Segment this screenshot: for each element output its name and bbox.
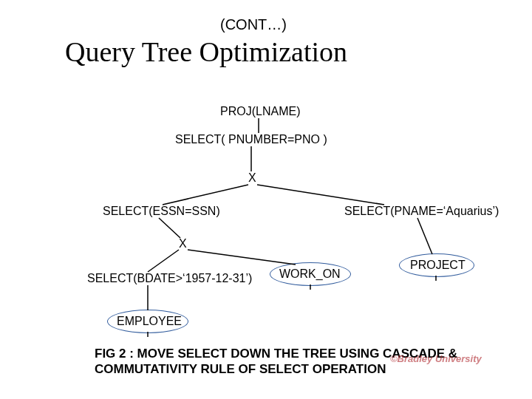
node-join-2: X <box>179 237 187 250</box>
svg-line-6 <box>188 250 296 265</box>
node-select-pnumber: SELECT( PNUMBER=PNO ) <box>175 133 327 146</box>
svg-line-4 <box>159 218 180 238</box>
svg-line-5 <box>148 250 179 272</box>
page-title: Query Tree Optimization <box>65 35 347 68</box>
node-select-pname: SELECT(PNAME=‘Aquarius’) <box>344 205 499 218</box>
header-cont: (CONT…) <box>220 16 287 33</box>
svg-line-7 <box>417 218 432 254</box>
node-proj: PROJ(LNAME) <box>220 105 300 118</box>
node-select-bdate: SELECT(BDATE>‘1957-12-31’) <box>87 272 252 285</box>
footer-copyright: ©Bradley University <box>390 353 482 364</box>
bubble-employee <box>107 310 188 333</box>
node-select-essn: SELECT(ESSN=SSN) <box>103 205 220 218</box>
node-join-1: X <box>248 171 256 185</box>
svg-line-2 <box>163 185 248 205</box>
slide-stage: (CONT…) Query Tree Optimization PROJ(LNA… <box>0 0 532 399</box>
bubble-work-on <box>270 262 351 286</box>
svg-line-3 <box>257 185 384 205</box>
bubble-project <box>399 253 474 277</box>
